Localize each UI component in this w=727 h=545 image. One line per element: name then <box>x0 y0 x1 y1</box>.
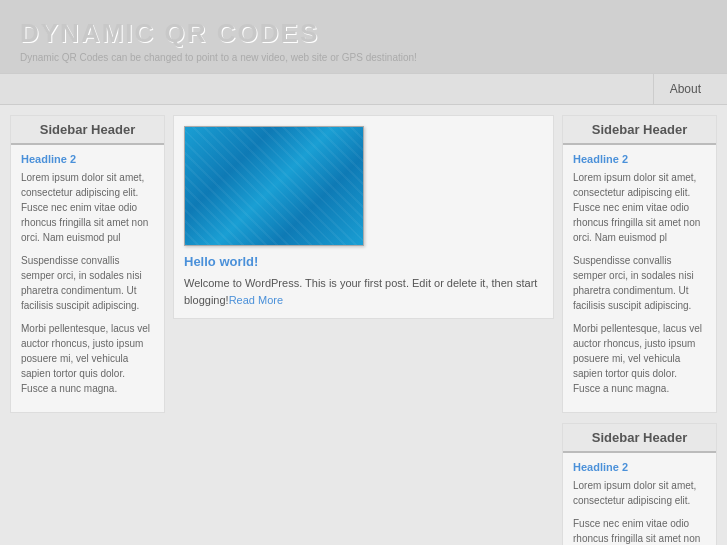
post-title[interactable]: Hello world! <box>184 254 543 269</box>
right-sidebar-box-2: Sidebar Header Headline 2 Lorem ipsum do… <box>562 423 717 545</box>
site-header: DYNAMIC QR CODES Dynamic QR Codes can be… <box>0 0 727 73</box>
left-sidebar-para-1: Lorem ipsum dolor sit amet, consectetur … <box>21 170 154 245</box>
read-more-link[interactable]: Read More <box>229 294 283 306</box>
right-sidebar-box-1: Sidebar Header Headline 2 Lorem ipsum do… <box>562 115 717 413</box>
right-sidebar-1-para-2: Suspendisse convallis semper orci, in so… <box>573 253 706 313</box>
left-sidebar: Sidebar Header Headline 2 Lorem ipsum do… <box>10 115 165 545</box>
center-content: Hello world! Welcome to WordPress. This … <box>173 115 554 545</box>
right-sidebar-header-2: Sidebar Header <box>563 424 716 453</box>
navigation-bar: About <box>0 73 727 105</box>
right-sidebar-2-para-2: Fusce nec enim vitae odio rhoncus fringi… <box>573 516 706 545</box>
right-sidebar-header-1: Sidebar Header <box>563 116 716 145</box>
post-body: Welcome to WordPress. This is your first… <box>184 275 543 308</box>
right-sidebar: Sidebar Header Headline 2 Lorem ipsum do… <box>562 115 717 545</box>
left-sidebar-headline[interactable]: Headline 2 <box>21 153 154 165</box>
left-sidebar-para-3: Morbi pellentesque, lacus vel auctor rho… <box>21 321 154 396</box>
right-sidebar-body-2: Headline 2 Lorem ipsum dolor sit amet, c… <box>563 453 716 545</box>
post-box: Hello world! Welcome to WordPress. This … <box>173 115 554 319</box>
left-sidebar-body: Headline 2 Lorem ipsum dolor sit amet, c… <box>11 145 164 412</box>
left-sidebar-header: Sidebar Header <box>11 116 164 145</box>
site-subtitle: Dynamic QR Codes can be changed to point… <box>20 52 707 63</box>
site-title: DYNAMIC QR CODES <box>20 18 707 49</box>
right-sidebar-1-para-1: Lorem ipsum dolor sit amet, consectetur … <box>573 170 706 245</box>
left-sidebar-box-1: Sidebar Header Headline 2 Lorem ipsum do… <box>10 115 165 413</box>
right-sidebar-body-1: Headline 2 Lorem ipsum dolor sit amet, c… <box>563 145 716 412</box>
post-image <box>184 126 364 246</box>
nav-item-about[interactable]: About <box>653 74 717 104</box>
right-sidebar-headline-1[interactable]: Headline 2 <box>573 153 706 165</box>
right-sidebar-1-para-3: Morbi pellentesque, lacus vel auctor rho… <box>573 321 706 396</box>
main-wrapper: Sidebar Header Headline 2 Lorem ipsum do… <box>0 105 727 545</box>
right-sidebar-2-para-1: Lorem ipsum dolor sit amet, consectetur … <box>573 478 706 508</box>
left-sidebar-para-2: Suspendisse convallis semper orci, in so… <box>21 253 154 313</box>
right-sidebar-headline-2[interactable]: Headline 2 <box>573 461 706 473</box>
